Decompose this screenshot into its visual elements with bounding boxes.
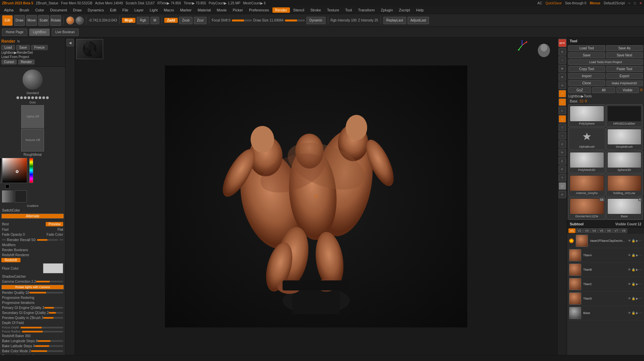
- move-button-strip[interactable]: ↔: [559, 132, 566, 139]
- menu-zscript[interactable]: Zscript: [396, 7, 413, 13]
- import-button[interactable]: Import: [568, 73, 605, 79]
- arrow-icon-0[interactable]: ▶: [636, 239, 638, 242]
- r-button[interactable]: R: [640, 88, 643, 92]
- qxyz-button[interactable]: Q: [559, 115, 566, 123]
- more-icon-5[interactable]: ⋯: [639, 311, 642, 315]
- mrgb-button[interactable]: Mrgb: [122, 18, 135, 23]
- menus-label[interactable]: Menus: [590, 1, 600, 5]
- menu-stencil[interactable]: Stencil: [291, 7, 307, 13]
- save-tool-button[interactable]: Save: [568, 52, 605, 58]
- primary-gi-slider[interactable]: [44, 307, 63, 309]
- preview-quality-slider[interactable]: [43, 317, 63, 319]
- menu-tool[interactable]: Tool: [343, 7, 355, 13]
- subtool-item-4[interactable]: TitanD 👁 🔒 ▶ ⋯: [567, 291, 644, 306]
- nav-cube[interactable]: [534, 41, 554, 64]
- rotate-lights-button[interactable]: Rotate lights with Camera: [1, 285, 64, 289]
- draw-button[interactable]: Draw: [14, 15, 25, 26]
- redshift-button[interactable]: Redshift: [1, 258, 20, 262]
- eye-icon-0[interactable]: 👁: [628, 239, 631, 242]
- subtool-tab-v7[interactable]: V7: [613, 228, 620, 233]
- clone-button[interactable]: Clone: [568, 80, 605, 86]
- subtool-item-1[interactable]: TitanA 👁 🔒 ▶ ⋯: [567, 248, 644, 263]
- render-recall-slider[interactable]: [37, 239, 58, 241]
- subtool-item-5[interactable]: Base 👁 🔒 ▶ ⋯: [567, 306, 644, 320]
- linefit-button[interactable]: ╡: [559, 157, 566, 165]
- subtool-tab-v1[interactable]: V1: [568, 228, 575, 233]
- see-through-label[interactable]: See-through 0: [565, 1, 586, 5]
- copy-tool-button[interactable]: Copy Tool: [568, 66, 605, 72]
- visible-button[interactable]: Visible: [616, 87, 639, 93]
- menu-alpha[interactable]: Alpha: [1, 7, 16, 13]
- lightbox-tools-link[interactable]: Lightbox▶Tools: [568, 94, 592, 98]
- subtool-tab-v2[interactable]: V2: [576, 228, 583, 233]
- rotate-button[interactable]: Rotate: [50, 15, 61, 26]
- lock-icon-1[interactable]: 🔒: [632, 254, 635, 257]
- zoom3d-button[interactable]: Z: [559, 140, 566, 148]
- bpr-button[interactable]: BPR: [558, 39, 566, 47]
- load-tools-from-project-button[interactable]: Load Tools From Project: [568, 59, 643, 65]
- save-next-button[interactable]: Save Next: [606, 52, 643, 58]
- more-icon-1[interactable]: ⋯: [639, 254, 642, 257]
- more-icon-3[interactable]: ⋯: [639, 282, 642, 286]
- rgb-button[interactable]: Rgb: [137, 17, 149, 24]
- alternate-button[interactable]: Alternate: [1, 214, 64, 219]
- freeze-button[interactable]: Freeze: [31, 45, 48, 50]
- persp-button[interactable]: P: [559, 90, 566, 97]
- secondary-gi-slider[interactable]: [49, 312, 63, 314]
- foreground-color-swatch[interactable]: [66, 16, 74, 25]
- tool-cell-artemis[interactable]: Artemis_Greyho: [568, 174, 605, 196]
- center-canvas[interactable]: [75, 38, 557, 355]
- more-icon-0[interactable]: ⋯: [639, 239, 642, 242]
- menu-color[interactable]: Color: [33, 7, 47, 13]
- eye-icon-3[interactable]: 👁: [628, 282, 631, 286]
- menu-macro[interactable]: Macro: [161, 7, 177, 13]
- background-color-swatch[interactable]: [76, 16, 84, 25]
- subtool-item-0[interactable]: VaseOfTitansClayDecimated_v 👁 🔒 ▶ ⋯: [567, 234, 644, 248]
- live-boolean-tab[interactable]: Live Boolean: [52, 29, 79, 36]
- focal-shift-slider[interactable]: [232, 19, 252, 21]
- goz-button[interactable]: GoZ: [568, 87, 591, 93]
- menu-layer[interactable]: Layer: [132, 7, 146, 13]
- tool-cell-simplebrush[interactable]: SimpleBrush: [606, 128, 643, 150]
- subtool-item-3[interactable]: TitanC 👁 🔒 ▶ ⋯: [567, 277, 644, 291]
- zsub-button[interactable]: Zsub: [179, 17, 192, 24]
- make-polymesh-button[interactable]: Make PolyMesh3D: [606, 81, 643, 86]
- hue-bar[interactable]: [29, 158, 33, 183]
- base-r-label[interactable]: R: [585, 99, 587, 103]
- menu-draw[interactable]: Draw: [70, 7, 84, 13]
- subtool-tab-v5[interactable]: V5: [598, 228, 605, 233]
- load-tool-button[interactable]: Load Tool: [568, 45, 605, 51]
- maximize-icon[interactable]: □: [634, 1, 636, 5]
- menu-picker[interactable]: Picker: [230, 7, 246, 13]
- move-button[interactable]: Move: [26, 15, 37, 26]
- render-quality-slider[interactable]: [29, 292, 63, 294]
- subtool-tab-v8[interactable]: V8: [620, 228, 627, 233]
- lsym-button[interactable]: L: [559, 107, 566, 114]
- tool-cell-polysphere[interactable]: PolySphere: [568, 104, 605, 127]
- actual-button[interactable]: A: [559, 73, 566, 81]
- zadd-button[interactable]: Zadd: [164, 18, 178, 23]
- material-sphere-preview[interactable]: [23, 70, 43, 90]
- strip-btn-1[interactable]: ◀: [67, 39, 74, 46]
- tool-cell-holding[interactable]: holding_v02Low: [606, 174, 643, 196]
- lightbox-renderset-link[interactable]: Lightbox▶RenderSet: [1, 51, 33, 54]
- spix-button[interactable]: S: [559, 48, 566, 55]
- lock-icon-0[interactable]: 🔒: [632, 239, 635, 242]
- frame-button[interactable]: □: [559, 124, 566, 131]
- replay-last-button[interactable]: ReplayLast: [383, 17, 406, 24]
- gamma-slider[interactable]: [36, 281, 63, 282]
- lock-icon-2[interactable]: 🔒: [632, 268, 635, 271]
- menu-dynamics[interactable]: Dynamics: [85, 7, 106, 13]
- scale-button[interactable]: Scale: [38, 15, 49, 26]
- recall-arrow-left[interactable]: <<: [2, 238, 6, 241]
- tool-cell-donnie[interactable]: 11 DonnieYen11(De: [568, 197, 605, 220]
- tool-cell-polymesh3d[interactable]: PolyMesh3D: [568, 151, 605, 173]
- load-from-project-link[interactable]: Load From Project: [1, 55, 29, 59]
- tool-cell-sphere3d[interactable]: Sphere3D: [606, 151, 643, 173]
- tool-cell-alphabrush[interactable]: AlphaBrush: [568, 128, 605, 150]
- focus-depth-slider[interactable]: [20, 327, 63, 328]
- bake-longitude-slider[interactable]: [38, 340, 63, 342]
- arrow-icon-4[interactable]: ▶: [636, 297, 638, 300]
- fade-color-label[interactable]: Fade Color: [47, 233, 63, 236]
- quicksave-label[interactable]: QuickSave: [546, 1, 562, 5]
